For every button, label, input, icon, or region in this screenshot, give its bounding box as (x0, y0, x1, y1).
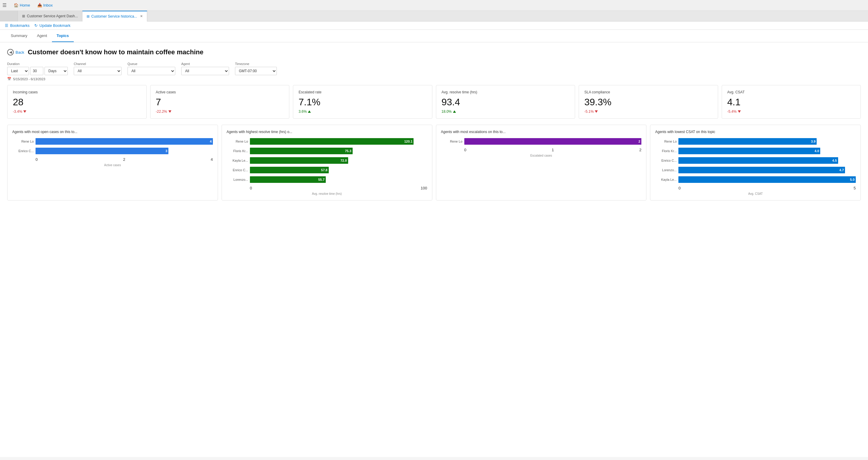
duration-filter: Duration Last Days (7, 62, 68, 75)
timezone-select[interactable]: GMT-07:00 (235, 67, 277, 75)
channel-select[interactable]: All (74, 67, 122, 75)
x-tick: 0 (464, 148, 466, 152)
queue-filter: Queue All (127, 62, 175, 75)
down-arrow-icon (168, 110, 172, 113)
bar-track: 4.0 (678, 148, 856, 154)
bar-chart: Rene Lo 3.9 Floris Kr... 4.0 Enrico C...… (655, 138, 856, 183)
bar-row: Lorenzo... 4.7 (655, 167, 856, 173)
kpi-card-2: Escalated rate 7.1% 3.6% (293, 85, 432, 119)
tab2-icon: ⊞ (87, 14, 90, 19)
duration-label: Duration (7, 62, 68, 66)
x-tick: 2 (639, 148, 641, 152)
bar-fill: 120.1 (250, 138, 414, 145)
bar-row: Rene Lo 4 (12, 138, 213, 145)
update-bookmark-label: Update Bookmark (39, 23, 70, 28)
home-label: Home (20, 3, 30, 7)
sub-nav: Summary Agent Topics (0, 30, 868, 42)
chart-title: Agents with most escalations on this to.… (441, 130, 642, 134)
x-tick: 4 (211, 157, 213, 162)
bar-track: 55.7 (250, 176, 427, 183)
bar-fill: 2 (464, 138, 642, 145)
bar-row: Floris Kr... 4.0 (655, 148, 856, 154)
kpi-row: Incoming cases 28 -3.4% Active cases 7 -… (7, 85, 861, 119)
bar-label: Rene Lo (227, 140, 248, 143)
page-header: ◀ Back Customer doesn't know how to main… (7, 48, 861, 56)
subnav-summary[interactable]: Summary (6, 30, 32, 42)
chart-card-resolve_time: Agents with highest resolve time (hrs) o… (222, 125, 432, 200)
bar-row: Enrico C... 57.8 (227, 167, 427, 173)
bar-row: Kayla Le... 72.0 (227, 157, 427, 164)
inbox-nav[interactable]: 📥 Inbox (34, 0, 56, 11)
date-range: 📅 5/15/2023 - 6/13/2023 (7, 77, 861, 81)
agent-select[interactable]: All (181, 67, 229, 75)
kpi-value: 39.3% (584, 97, 712, 108)
x-tick: 2 (123, 157, 125, 162)
duration-select-last[interactable]: Last (7, 67, 29, 75)
bar-track: 72.0 (250, 157, 427, 164)
kpi-card-4: SLA compliance 39.3% -5.1% (579, 85, 718, 119)
date-range-value: 5/15/2023 - 6/13/2023 (13, 77, 45, 81)
hamburger-icon[interactable]: ☰ (2, 2, 6, 8)
inbox-label: Inbox (43, 3, 53, 7)
duration-select-unit[interactable]: Days (44, 67, 68, 75)
tab-historical[interactable]: ⊞ Customer Service historica... ✕ (83, 11, 147, 22)
bar-fill: 4 (35, 138, 213, 145)
bar-track: 4 (35, 138, 213, 145)
agent-label: Agent (181, 62, 229, 66)
back-button[interactable]: ◀ Back (7, 49, 24, 56)
main-content: Summary Agent Topics ◀ Back Customer doe… (0, 30, 868, 457)
bar-track: 3.9 (678, 138, 856, 145)
bookmarks-bar: ☰ Bookmarks ↻ Update Bookmark (0, 22, 868, 30)
bar-track: 75.3 (250, 148, 427, 154)
queue-select[interactable]: All (127, 67, 175, 75)
down-arrow-icon (738, 110, 741, 113)
x-axis-label: Avg. resolve time (hrs) (227, 192, 427, 195)
x-axis-ticks: 05 (655, 186, 856, 190)
bar-chart: Rene Lo 4 Enrico C... 3 (12, 138, 213, 154)
inbox-icon: 📥 (37, 3, 42, 7)
calendar-icon: 📅 (7, 77, 11, 81)
x-tick: 100 (421, 186, 427, 190)
home-nav[interactable]: 🏠 Home (10, 0, 34, 11)
bar-track: 2 (464, 138, 642, 145)
chart-card-escalations: Agents with most escalations on this to.… (436, 125, 647, 200)
bar-label: Rene Lo (441, 140, 463, 143)
queue-label: Queue (127, 62, 175, 66)
tab1-label: Customer Service Agent Dash... (27, 14, 78, 18)
channel-label: Channel (74, 62, 122, 66)
bar-row: Rene Lo 120.1 (227, 138, 427, 145)
bar-fill: 3 (35, 148, 168, 154)
subnav-agent[interactable]: Agent (32, 30, 52, 42)
kpi-change: -3.4% (13, 109, 141, 114)
bookmarks-button[interactable]: ☰ Bookmarks (5, 23, 30, 28)
bar-fill: 72.0 (250, 157, 348, 164)
tab2-label: Customer Service historica... (91, 14, 137, 19)
timezone-filter: Timezone GMT-07:00 (235, 62, 277, 75)
bar-chart: Rene Lo 120.1 Floris Kr... 75.3 Kayla Le… (227, 138, 427, 183)
bar-fill: 55.7 (250, 176, 326, 183)
tab1-icon: ⊞ (22, 14, 25, 18)
tab-agent-dash[interactable]: ⊞ Customer Service Agent Dash... (18, 11, 83, 22)
subnav-topics[interactable]: Topics (52, 30, 74, 42)
kpi-label: Avg. resolve time (hrs) (442, 90, 570, 94)
kpi-change: -5.4% (727, 109, 856, 114)
x-axis-ticks: 0100 (227, 186, 427, 190)
kpi-change: -5.1% (584, 109, 712, 114)
x-tick: 0 (250, 186, 252, 190)
update-bookmark-button[interactable]: ↻ Update Bookmark (34, 23, 70, 28)
bar-label: Enrico C... (227, 168, 248, 172)
tab-placeholder (0, 11, 18, 22)
kpi-value: 7.1% (299, 97, 427, 108)
bar-fill: 3.9 (678, 138, 817, 145)
bar-label: Lorenzo... (227, 178, 248, 182)
kpi-value: 7 (156, 97, 284, 108)
x-tick: 1 (552, 148, 554, 152)
refresh-icon: ↻ (34, 23, 38, 28)
bar-track: 4.7 (678, 167, 856, 173)
timezone-label: Timezone (235, 62, 277, 66)
kpi-value: 28 (13, 97, 141, 108)
tab-close-icon[interactable]: ✕ (140, 14, 143, 18)
bar-track: 120.1 (250, 138, 427, 145)
duration-input[interactable] (30, 67, 43, 75)
bar-row: Enrico C... 3 (12, 148, 213, 154)
